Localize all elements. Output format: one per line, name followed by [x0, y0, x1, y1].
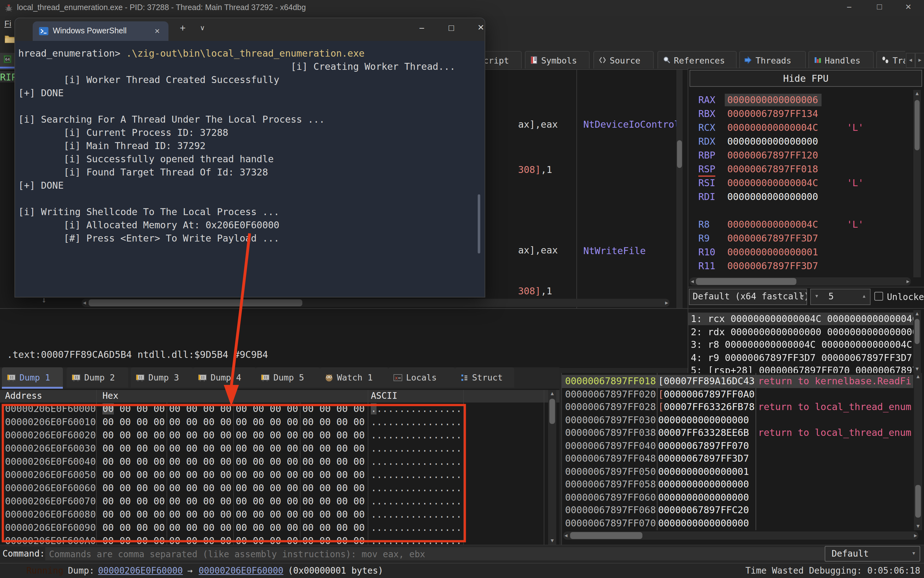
register-row-rbx[interactable]: RBX00000067897FF134 — [688, 107, 912, 120]
spinner-up-icon[interactable]: ▴ — [862, 292, 866, 300]
stack-row[interactable]: 00000067897FF0300000000000000000 — [562, 414, 913, 427]
stack-vscrollbar-thumb[interactable] — [915, 485, 921, 518]
stack-hscroll-left-arrow[interactable]: ◀ — [565, 531, 568, 540]
register-row-rcx[interactable]: RCX000000000000004C'L' — [688, 122, 912, 134]
menu-file[interactable]: Fi — [5, 19, 11, 28]
dump-row[interactable]: 00000206E0F6003000 00 00 0000 00 00 0000… — [0, 442, 544, 455]
terminal-scrollbar[interactable] — [477, 44, 481, 294]
arguments-vscroll-up-arrow[interactable]: ▲ — [913, 310, 921, 318]
tab-cpu[interactable]: 64 — [0, 53, 15, 67]
arguments-vscrollbar-thumb[interactable] — [914, 319, 919, 344]
disasm-vscrollbar[interactable] — [676, 70, 683, 308]
argument-row[interactable]: 5: [rsp+28] 00000067897FF070 00000067897… — [688, 364, 913, 373]
register-row-rsp[interactable]: RSP00000067897FF018 — [688, 163, 912, 175]
stack-hscrollbar[interactable]: ◀ ▶ — [563, 531, 918, 540]
dump-row[interactable]: 00000206E0F6007000 00 00 0000 00 00 0000… — [0, 495, 544, 508]
command-profile-select[interactable]: Default ▾ — [825, 546, 920, 562]
stack-row[interactable]: 00000067897FF03800007FF63328EE6Breturn t… — [562, 426, 913, 440]
unlocked-checkbox[interactable] — [874, 292, 883, 300]
terminal-content[interactable]: hread_enumeration> .\zig-out\bin\local_t… — [15, 41, 485, 297]
register-row-r9[interactable]: R900000067897FF3D7 — [688, 232, 912, 245]
tab-handles[interactable]: Handles — [808, 51, 874, 68]
dump-row[interactable]: 00000206E0F6006000 00 00 0000 00 00 0000… — [0, 482, 544, 494]
stack-row[interactable]: 00000067897FF0700000000000000000 — [562, 517, 913, 530]
dump-vscroll-down-arrow[interactable]: ▼ — [548, 537, 556, 545]
tabbar-scroll-right-button[interactable]: ▶ — [915, 53, 924, 68]
stack-vscroll-down-arrow[interactable]: ▼ — [914, 523, 922, 530]
registers-hscroll-right-arrow[interactable]: ▶ — [906, 278, 909, 286]
register-row-r8[interactable]: R8000000000000004C'L' — [688, 218, 912, 231]
window-minimize-button[interactable]: − — [841, 2, 858, 12]
stack-row[interactable]: 00000067897FF06800000067897FFC20 — [562, 504, 913, 517]
disasm-vscrollbar-thumb[interactable] — [677, 140, 682, 168]
spinner-down-icon[interactable]: ▾ — [815, 292, 819, 300]
tab-source[interactable]: Source — [593, 51, 654, 68]
tab-dump-3[interactable]: Dump 3 — [131, 367, 193, 387]
argument-row[interactable]: 4: r9 00000067897FF3D7 00000067897FF3D7 — [688, 352, 913, 364]
disasm-hscroll-right-arrow[interactable]: ▶ — [665, 299, 668, 307]
registers-hscrollbar[interactable]: ◀ ▶ — [689, 278, 911, 286]
stack-row[interactable]: 00000067897FF04800000067897FF3D7 — [562, 452, 913, 465]
register-row-r10[interactable]: R100000000000000001 — [688, 246, 912, 258]
disasm-hscrollbar[interactable]: ◀ ▶ — [82, 299, 670, 307]
argument-row[interactable]: 1: rcx 000000000000004C 000000000000004C — [688, 313, 913, 325]
terminal-minimize-button[interactable]: − — [412, 23, 431, 33]
status-dump-to-link[interactable]: 00000206E0F60000 — [199, 565, 283, 575]
tab-trace[interactable]: Trace — [876, 51, 905, 68]
registers-hscrollbar-thumb[interactable] — [696, 278, 796, 285]
terminal-tab-close-button[interactable]: × — [155, 26, 160, 36]
registers-hscroll-left-arrow[interactable]: ◀ — [691, 278, 694, 286]
open-folder-icon[interactable] — [5, 34, 16, 44]
tab-threads[interactable]: Threads — [739, 51, 806, 68]
disasm-hscroll-left-arrow[interactable]: ◀ — [83, 299, 86, 307]
status-dump-from-link[interactable]: 00000206E0F60000 — [98, 565, 183, 575]
disasm-hscrollbar-thumb[interactable] — [89, 299, 303, 306]
register-row-r11[interactable]: R1100000067897FF3D7 — [688, 260, 912, 272]
stack-row[interactable]: 00000067897FF0600000000000000000 — [562, 491, 913, 505]
stack-row[interactable]: 00000067897FF04000000067897FF070 — [562, 440, 913, 453]
hide-fpu-button[interactable]: Hide FPU — [689, 70, 922, 87]
dump-vscrollbar[interactable]: ▲ ▼ — [548, 390, 556, 545]
terminal-close-button[interactable]: × — [471, 21, 490, 34]
args-count-spinner[interactable]: ▾ 5 ▴ — [810, 289, 871, 305]
stack-row[interactable]: 00000067897FF020[00000067897FF0A0 — [562, 388, 913, 401]
command-input[interactable] — [45, 547, 827, 560]
dump-row[interactable]: 00000206E0F6008000 00 00 0000 00 00 0000… — [0, 508, 544, 521]
stack-row[interactable]: 00000067897FF0580000000000000000 — [562, 478, 913, 491]
register-row-rdi[interactable]: RDI0000000000000000 — [688, 191, 912, 203]
dump-row[interactable]: 00000206E0F6005000 00 00 0000 00 00 0000… — [0, 469, 544, 481]
window-maximize-button[interactable]: □ — [871, 2, 888, 11]
dump-vscroll-up-arrow[interactable]: ▲ — [548, 390, 556, 398]
dump-row[interactable]: 00000206E0F6001000 00 00 0000 00 00 0000… — [0, 416, 544, 428]
stack-vscroll-up-arrow[interactable]: ▲ — [914, 373, 922, 380]
tab-references[interactable]: References — [657, 51, 737, 68]
stack-row[interactable]: 00000067897FF028[00007FF63326FB78return … — [562, 401, 913, 414]
tab-dump-4[interactable]: Dump 4 — [193, 367, 256, 387]
stack-row[interactable]: 00000067897FF018[00007FF89A16DC43return … — [562, 375, 913, 388]
arguments-vscroll-down-arrow[interactable]: ▼ — [913, 365, 921, 373]
register-row-rdx[interactable]: RDX0000000000000000 — [688, 135, 912, 148]
dump-vscrollbar-thumb[interactable] — [549, 399, 555, 424]
arguments-vscrollbar[interactable]: ▲ ▼ — [913, 310, 921, 373]
stack-hscrollbar-thumb[interactable] — [570, 532, 642, 539]
calling-convention-select[interactable]: Default (x64 fastcall) ▾ — [689, 289, 807, 305]
dump-row[interactable]: 00000206E0F6000000 00 00 0000 00 00 0000… — [0, 403, 544, 415]
tab-watch-1[interactable]: Watch 1 — [320, 367, 388, 387]
registers-vscroll-up-arrow[interactable]: ▲ — [913, 90, 921, 97]
dump-row[interactable]: 00000206E0F6004000 00 00 0000 00 00 0000… — [0, 455, 544, 468]
register-row-rax[interactable]: RAX0000000000000006 — [688, 94, 912, 106]
tab-symbols[interactable]: Symbols — [525, 51, 590, 68]
register-row-rbp[interactable]: RBP00000067897FF120 — [688, 149, 912, 162]
argument-row[interactable]: 2: rdx 0000000000000000 0000000000000000 — [688, 326, 913, 338]
terminal-tab[interactable]: Windows PowerShell × — [33, 21, 168, 41]
tab-dump-1[interactable]: Dump 1 — [2, 367, 63, 387]
stack-vscrollbar[interactable]: ▲ ▼ — [914, 373, 922, 530]
tab-struct[interactable]: Struct — [455, 367, 514, 387]
tab-dump-5[interactable]: Dump 5 — [256, 367, 320, 387]
dump-row[interactable]: 00000206E0F600A000 00 00 0000 00 00 0000… — [0, 534, 544, 545]
tab-dump-2[interactable]: Dump 2 — [66, 367, 128, 387]
terminal-tab-dropdown-icon[interactable]: ∨ — [200, 24, 205, 32]
registers-vscrollbar-thumb[interactable] — [914, 100, 919, 150]
stack-row[interactable]: 00000067897FF0500000000000000001 — [562, 465, 913, 479]
registers-vscrollbar[interactable]: ▲ — [913, 90, 921, 278]
